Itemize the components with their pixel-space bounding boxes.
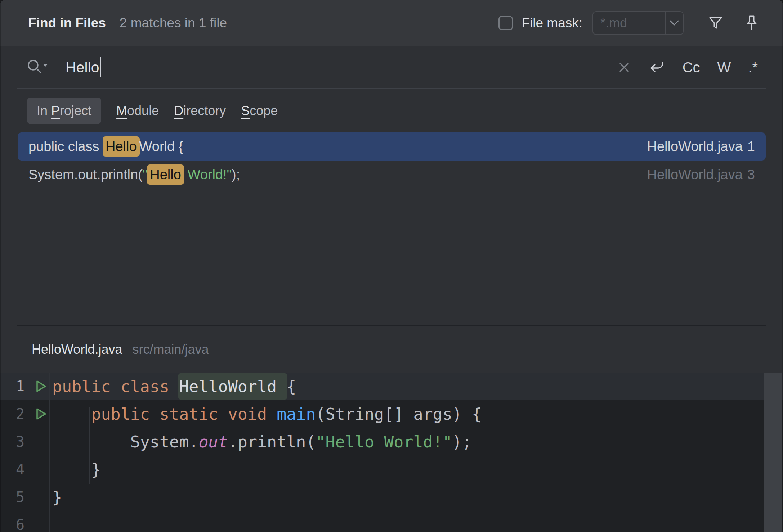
window-edge-left [0,0,1,532]
result-1-text: public class HelloWorld { [28,139,183,154]
code-text: public class HelloWorld { [52,373,296,400]
code-text: public static void main(String[] args) { [52,400,482,428]
search-query-text: Hello [66,59,99,76]
match-count-label: 2 matches in 1 file [120,15,227,31]
preview-file-name: HelloWorld.java [32,342,122,357]
code-text: } [52,483,62,511]
gutter-border [49,373,50,532]
line-number: 2 [0,400,24,428]
code-text: } [52,456,101,483]
regex-toggle[interactable]: .* [748,59,758,76]
whole-words-toggle[interactable]: W [717,59,731,76]
code-line-5: 5 } [0,483,783,511]
code-line-4: 4 } [0,456,783,483]
header-controls: File mask: *.md [498,11,759,35]
result-row-1[interactable]: public class HelloWorld { HelloWorld.jav… [18,132,766,161]
results-list: public class HelloWorld { HelloWorld.jav… [18,132,766,189]
file-mask-checkbox[interactable] [498,16,513,30]
code-text: System.out.println("Hello World!"); [52,428,472,456]
result-2-file: HelloWorld.java [647,167,742,182]
result-2-line: 3 [747,167,755,182]
find-in-files-dialog: Find in Files 2 matches in 1 file File m… [0,0,783,532]
code-editor[interactable]: 1 public class HelloWorld { 2 public sta… [0,373,783,532]
result-2-text: System.out.println("Hello World!"); [28,167,240,182]
new-line-icon[interactable] [647,59,665,76]
line-number: 1 [0,373,24,400]
search-input[interactable]: Hello [66,57,618,77]
run-class-icon[interactable] [32,378,48,396]
line-number: 6 [0,511,24,532]
line-number: 3 [0,428,24,456]
file-mask-combo[interactable]: *.md [592,11,684,35]
tab-scope[interactable]: Scope [241,98,278,124]
tab-scope-label: Scope [241,103,278,118]
clear-icon[interactable] [618,62,630,73]
dialog-title: Find in Files [28,15,106,31]
preview-file-path: src/main/java [132,342,209,357]
code-line-2: 2 public static void main(String[] args)… [0,400,783,428]
file-mask-value: *.md [593,15,665,31]
line-number: 4 [0,456,24,483]
search-field-row: Hello Cc W .* [0,46,783,89]
code-line-1: 1 public class HelloWorld { [0,373,783,400]
file-mask-label: File mask: [522,15,582,31]
code-line-3: 3 System.out.println("Hello World!"); [0,428,783,456]
filter-icon[interactable] [707,15,724,31]
tab-in-project-label: In Project [37,103,91,118]
tab-directory-label: Directory [174,103,226,118]
dialog-header: Find in Files 2 matches in 1 file File m… [0,0,783,46]
code-line-6: 6 [0,511,783,532]
chevron-down-icon [666,20,683,26]
run-main-icon[interactable] [32,406,48,423]
result-1-file: HelloWorld.java [647,139,742,154]
scope-tabs: In Project Module Directory Scope [0,89,783,132]
match-case-toggle[interactable]: Cc [683,59,700,76]
result-row-2[interactable]: System.out.println("Hello World!"); Hell… [18,161,766,189]
result-2-location: HelloWorld.java 3 [647,167,755,182]
line-number: 5 [0,483,24,511]
tab-module[interactable]: Module [116,98,159,124]
tab-directory[interactable]: Directory [174,98,226,124]
editor-scrollbar[interactable] [764,373,782,532]
text-caret [100,57,101,77]
search-actions: Cc W .* [618,59,758,76]
tab-in-project[interactable]: In Project [27,98,101,124]
tab-module-label: Module [116,103,159,118]
pin-icon[interactable] [744,14,759,32]
preview-file-header: HelloWorld.java src/main/java [0,326,783,373]
result-1-location: HelloWorld.java 1 [647,139,755,154]
result-1-line: 1 [747,139,755,154]
search-history-button[interactable] [26,58,49,77]
